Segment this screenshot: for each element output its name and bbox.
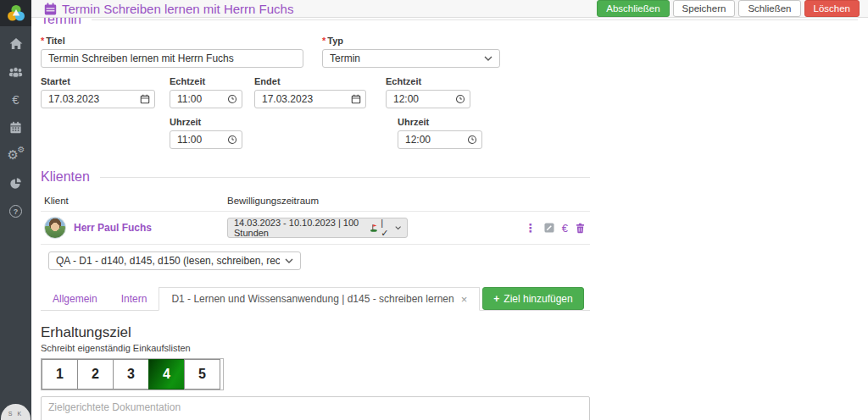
row-actions: ⋮ €: [525, 222, 587, 235]
typ-field-group: *Typ Termin: [322, 36, 500, 68]
rating-cell-3[interactable]: 3: [113, 359, 149, 390]
section-divider: [100, 177, 590, 178]
complete-button[interactable]: Abschließen: [597, 0, 669, 17]
startet-date-input[interactable]: [41, 90, 155, 108]
page-title: Termin Schreiben lernen mit Herrn Fuchs: [62, 2, 293, 16]
delete-row-icon[interactable]: [576, 223, 585, 234]
endet-field-group: Endet: [254, 76, 366, 108]
sidebar-item-help[interactable]: ?: [0, 197, 31, 225]
endet-date-input[interactable]: [254, 90, 366, 108]
uhrzeit-start-input[interactable]: [170, 130, 242, 149]
euro-icon: €: [12, 92, 19, 107]
chevron-down-icon: [484, 56, 492, 61]
dokumentation-wrap: [41, 396, 590, 420]
rating-cell-1[interactable]: 1: [42, 359, 78, 390]
ziel-heading: Erhaltungsziel: [41, 324, 858, 341]
billing-euro-icon[interactable]: €: [562, 222, 568, 235]
gears-icon: ⚙⚙: [8, 149, 24, 163]
content: Termin *Titel *Typ Termin: [31, 18, 868, 420]
klienten-table-header: Klient Bewilligungszeitraum: [41, 190, 590, 211]
dokumentation-textarea[interactable]: [41, 396, 590, 420]
echtzeit-ende-group: Echtzeit: [386, 76, 470, 108]
tab-close-icon[interactable]: ×: [461, 293, 468, 306]
startet-field-group: Startet: [41, 76, 155, 108]
sidebar-item-finance[interactable]: €: [0, 86, 31, 113]
echtzeit-start-label: Echtzeit: [170, 76, 242, 86]
spacer: [254, 117, 398, 149]
sidebar-item-reports[interactable]: [0, 169, 31, 197]
goal-tabs: Allgemein Intern D1 - Lernen und Wissens…: [41, 287, 590, 311]
close-button[interactable]: Schließen: [738, 0, 800, 17]
client-name-link[interactable]: Herr Paul Fuchs: [74, 222, 152, 234]
ziel-section: Erhaltungsziel Schreibt eigenständig Ein…: [41, 324, 858, 420]
titel-field-group: *Titel: [41, 36, 303, 68]
ziel-subtitle: Schreibt eigenständig Einkaufslisten: [41, 343, 858, 353]
home-icon: [9, 37, 23, 50]
echtzeit-start-input[interactable]: [170, 90, 242, 108]
help-icon: ?: [9, 205, 22, 218]
plus-icon: +: [493, 293, 499, 305]
top-header: Termin Schreiben lernen mit Herrn Fuchs …: [31, 0, 868, 18]
uhrzeit-ende-label: Uhrzeit: [398, 117, 482, 127]
uhrzeit-ende-group: Uhrzeit: [398, 117, 482, 149]
qa-select[interactable]: QA - D1 - d140, d145, d150 (lesen, schre…: [48, 251, 301, 270]
echtzeit-start-group: Echtzeit: [170, 76, 242, 108]
klienten-heading: Klienten: [41, 169, 590, 185]
chevron-down-icon: [285, 258, 293, 263]
typ-select[interactable]: Termin: [322, 49, 500, 68]
startet-label: Startet: [41, 76, 155, 86]
goal-flag-icon: [370, 223, 378, 233]
echtzeit-ende-input[interactable]: [386, 90, 470, 108]
endet-label: Endet: [254, 76, 366, 86]
row-menu-icon[interactable]: ⋮: [525, 222, 537, 234]
termin-section: Termin *Titel *Typ Termin: [41, 12, 858, 149]
tab-allgemein[interactable]: Allgemein: [41, 287, 109, 310]
tab-intern[interactable]: Intern: [109, 287, 159, 310]
sidebar-item-home[interactable]: [0, 30, 31, 58]
rating-cell-2[interactable]: 2: [77, 359, 114, 390]
klienten-section: Klienten Klient Bewilligungszeitraum Her…: [41, 169, 590, 270]
sidebar-item-calendar[interactable]: [0, 113, 31, 141]
bewilligung-select[interactable]: 14.03.2023 - 10.10.2023 | 100 Stunden | …: [227, 218, 408, 238]
user-initials-badge[interactable]: S K: [1, 404, 31, 420]
save-button[interactable]: Speichern: [673, 0, 736, 17]
main-area: Termin Schreiben lernen mit Herrn Fuchs …: [31, 0, 868, 420]
add-ziel-button[interactable]: + Ziel hinzufügen: [482, 287, 583, 310]
edit-icon[interactable]: [544, 223, 554, 233]
chevron-down-icon: [395, 225, 401, 230]
typ-label: *Typ: [322, 36, 500, 46]
uhrzeit-ende-input[interactable]: [398, 130, 482, 149]
page-title-wrap: Termin Schreiben lernen mit Herrn Fuchs: [44, 2, 293, 16]
rating-cell-4[interactable]: 4: [148, 359, 185, 390]
required-asterisk: *: [41, 36, 44, 46]
app-window: € ⚙⚙: [0, 0, 868, 420]
klient-column-header: Klient: [44, 196, 227, 206]
titel-input[interactable]: [41, 49, 303, 68]
logo-icon: [5, 3, 27, 25]
echtzeit-ende-label: Echtzeit: [386, 76, 470, 86]
pie-chart-icon: [9, 177, 22, 190]
titel-label: *Titel: [41, 36, 303, 46]
spacer: [41, 117, 170, 149]
klient-row: Herr Paul Fuchs 14.03.2023 - 10.10.2023 …: [41, 211, 590, 245]
rating-cell-5[interactable]: 5: [184, 359, 220, 390]
sidebar-item-settings[interactable]: ⚙⚙: [0, 141, 31, 169]
bewilligung-column-header: Bewilligungszeitraum: [227, 196, 587, 206]
sidebar-item-users[interactable]: [0, 58, 31, 86]
rating-group: 1 2 3 4 5: [41, 358, 224, 390]
tab-active-goal[interactable]: D1 - Lernen und Wissensanwendung | d145 …: [159, 287, 480, 311]
users-icon: [8, 66, 23, 78]
app-logo[interactable]: [0, 0, 31, 26]
sidebar-nav: € ⚙⚙: [0, 26, 31, 225]
klienten-table: Klient Bewilligungszeitraum Herr Paul Fu…: [41, 190, 590, 245]
required-asterisk: *: [322, 36, 326, 46]
calendar-icon: [9, 121, 22, 134]
client-avatar[interactable]: [44, 217, 66, 239]
title-calendar-icon: [44, 3, 57, 15]
sidebar: € ⚙⚙: [0, 0, 31, 420]
section-divider: [92, 19, 858, 20]
uhrzeit-start-group: Uhrzeit: [170, 117, 242, 149]
delete-button[interactable]: Löschen: [804, 0, 860, 17]
header-actions: Abschließen Speichern Schließen Löschen: [597, 0, 860, 17]
uhrzeit-start-label: Uhrzeit: [170, 117, 242, 127]
